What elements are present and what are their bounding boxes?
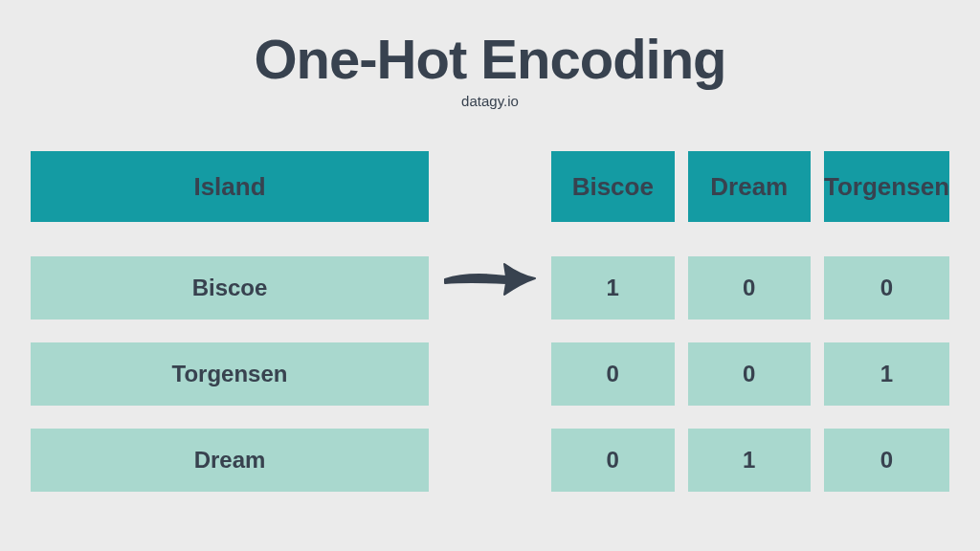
input-column: Island Biscoe Torgensen Dream	[31, 151, 429, 515]
output-cell: 1	[688, 429, 812, 492]
output-cell: 0	[551, 342, 675, 406]
output-header: Biscoe	[551, 151, 675, 222]
output-cell: 1	[824, 342, 949, 406]
diagram-subtitle: datagy.io	[0, 93, 980, 109]
input-header: Island	[31, 151, 429, 222]
output-cell: 0	[551, 429, 675, 492]
output-column-biscoe: Biscoe 1 0 0	[551, 151, 675, 515]
output-header: Dream	[688, 151, 812, 222]
diagram-content: Island Biscoe Torgensen Dream Biscoe 1 0…	[31, 151, 949, 515]
input-row: Torgensen	[31, 342, 429, 406]
output-header: Torgensen	[824, 151, 949, 222]
arrow-icon	[439, 254, 541, 302]
arrow-container	[429, 151, 551, 302]
input-row: Biscoe	[31, 256, 429, 320]
diagram-title: One-Hot Encoding	[0, 27, 980, 91]
output-cell: 1	[551, 256, 675, 320]
output-cell: 0	[824, 429, 949, 492]
output-cell: 0	[688, 342, 812, 406]
output-column-dream: Dream 0 0 1	[688, 151, 812, 515]
output-cell: 0	[824, 256, 949, 320]
input-row: Dream	[31, 429, 429, 492]
output-columns: Biscoe 1 0 0 Dream 0 0 1 Torgensen 0 1 0	[551, 151, 949, 515]
output-cell: 0	[688, 256, 812, 320]
output-column-torgensen: Torgensen 0 1 0	[824, 151, 949, 515]
